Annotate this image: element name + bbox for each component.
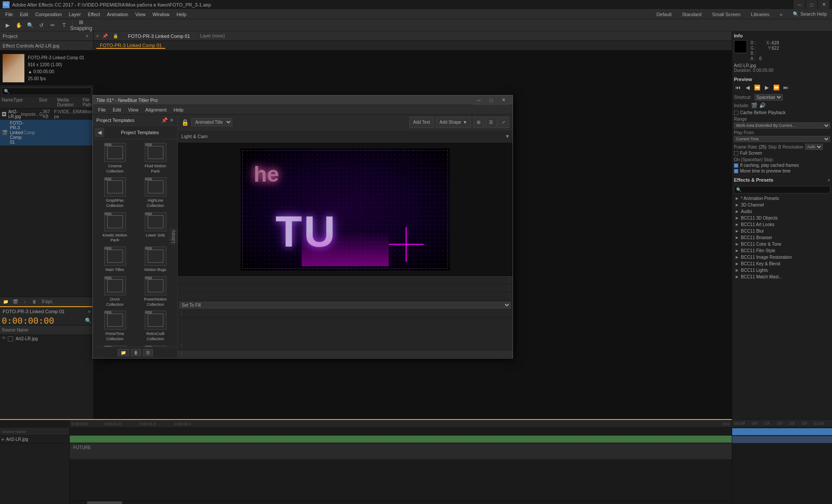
style-fill-select[interactable]: Set To Fill [180,302,511,308]
resize-handle-2[interactable]: ⋮ [506,285,513,292]
effects-item-bccbrowser[interactable]: BCC11 Browser [732,234,832,241]
template-list-btn[interactable]: ☰ [143,349,153,356]
project-item[interactable]: 🖼 Art2-LR.jpg Importe...G 367 KB F:\VIDE… [0,108,93,120]
titler-minimize[interactable]: ─ [473,95,485,105]
list-view-btn[interactable]: ☰ [485,117,497,128]
template-primetime[interactable]: PrimeTimeCollection [96,311,133,342]
new-folder-btn[interactable]: 📁 [2,298,10,306]
tool-hand[interactable]: ✋ [14,20,24,30]
template-kinetic[interactable]: Kinetic MotionPack [96,212,133,243]
titler-canvas-area[interactable]: he T U [178,142,513,276]
titler-menu-help[interactable]: Help [170,106,187,113]
play-from-select[interactable]: Current Time [734,136,830,142]
effects-item-bcckey[interactable]: BCC11 Key & Blend [732,260,832,267]
add-shape-btn[interactable]: Add Shape ▼ [436,117,471,128]
template-motionbugs[interactable]: Motion Bugs [137,247,174,273]
search-help[interactable]: 🔍 Search Help [789,10,830,18]
tool-rotate[interactable]: ↺ [37,20,46,30]
effects-presets-menu[interactable]: ≡ [828,178,830,183]
titler-close-panel-icon[interactable]: ✕ [170,117,174,123]
cache-checkbox[interactable] [734,111,738,115]
comp-menu-btn[interactable]: ≡ [96,34,99,38]
effects-item-bccolor[interactable]: BCC11 Color & Tone [732,241,832,247]
template-fluid[interactable]: Fluid MotionPack [137,143,174,174]
layer-row[interactable]: 👁 Art2-LR.jpg [0,335,93,343]
resize-handle-6[interactable]: ⋮ [178,351,185,358]
project-panel-menu[interactable]: ≡ [84,33,91,40]
template-retrocraft[interactable]: RetroCraftCollection [137,311,174,342]
project-search-input[interactable] [2,88,92,95]
workspace-standard[interactable]: Standard [679,11,705,18]
ae-timeline-scrollbar[interactable] [70,501,732,504]
titler-menu-edit[interactable]: Edit [109,106,125,113]
resize-handle-3[interactable]: ⋮ [506,293,513,300]
menu-effect[interactable]: Effect [84,11,103,18]
titler-menu-alignment[interactable]: Alignment [142,106,170,113]
menu-edit[interactable]: Edit [17,11,32,18]
prev-1-btn[interactable]: ⏪ [753,84,761,91]
tool-pen[interactable]: ✏ [48,20,58,30]
resize-handle-1[interactable]: ⋮ [506,277,513,284]
play-btn[interactable]: ▶ [763,84,771,91]
effects-item-bccimage[interactable]: BCC11 Image Restoration [732,254,832,260]
fit-btn[interactable]: ⤢ [498,117,509,128]
effects-item-bccart[interactable]: BCC11 Art Looks [732,221,832,228]
menu-composition[interactable]: Composition [32,11,65,18]
titler-pin-icon[interactable]: 📌 [161,117,168,123]
template-add-btn[interactable]: 📁 [118,349,129,356]
titler-maximize[interactable]: □ [486,95,497,105]
effects-item-3dchannel[interactable]: 3D Channel [732,202,832,208]
resize-handle-5[interactable]: ⋮ [178,343,185,350]
menu-animation[interactable]: Animation [103,11,132,18]
tool-text[interactable]: T [59,20,69,30]
ae-scrollbar-thumb[interactable] [87,501,122,504]
effects-item-animation[interactable]: * Animation Presets [732,195,832,202]
minimize-button[interactable]: ─ [794,0,805,10]
range-select[interactable]: Work Area Extended By Current... [734,122,830,129]
delete-btn[interactable]: 🗑 [31,298,38,306]
maximize-button[interactable]: □ [806,0,817,10]
effects-item-bcclights[interactable]: BCC11 Lights [732,267,832,274]
template-main[interactable]: Main Titles [96,247,133,273]
close-button[interactable]: ✕ [818,0,829,10]
effects-item-bcc3d[interactable]: BCC11 3D Objects [732,215,832,221]
back-button[interactable]: ◀ [95,128,104,137]
light-cam-collapse[interactable]: ▾ [506,133,509,139]
back-btn[interactable]: ◀ [744,84,751,91]
menu-file[interactable]: File [2,11,17,18]
titler-menu-view[interactable]: View [125,106,142,113]
layer-eye-icon[interactable]: 👁 [2,336,8,342]
snapping-toggle[interactable]: ⊞ Snapping [76,20,86,30]
comp-subtab[interactable]: FOTO-PR-3 Linked Comp 01 [96,43,165,49]
caching-checkbox[interactable] [734,163,738,168]
layer-solo-btn[interactable] [8,336,13,342]
effects-item-bccmatch[interactable]: BCC11 Match Mast... [732,274,832,280]
color-swatch[interactable] [734,40,747,53]
tool-zoom[interactable]: 🔍 [25,20,35,30]
workspace-default[interactable]: Default [653,11,675,18]
resize-handle-4[interactable]: ⋮ [178,311,185,318]
template-onair[interactable]: OnAirCollection [96,276,133,307]
template-highline[interactable]: HighLineCollection [137,177,174,208]
titler-lock-btn[interactable]: 🔒 [181,119,189,126]
template-cinema[interactable]: CinemaCollection [96,143,133,174]
template-lower3rds[interactable]: Lower 3rds [137,212,174,243]
grid-view-btn[interactable]: ⊞ [473,117,484,128]
workspace-more[interactable]: » [776,11,786,18]
comp-pin-btn[interactable]: 📌 [102,34,108,38]
import-btn[interactable]: ↓ [21,298,29,306]
full-screen-checkbox[interactable] [734,151,738,156]
new-comp-btn[interactable]: 🎬 [11,298,19,306]
titler-menu-file[interactable]: File [95,106,109,113]
effects-item-bccfilm[interactable]: BCC11 Film Style [732,247,832,254]
menu-help[interactable]: Help [173,11,190,18]
prev-frame-btn[interactable]: ⏮ [734,84,742,91]
template-graphpax[interactable]: GraphPaxCollection [96,177,133,208]
titler-close[interactable]: ✕ [498,95,509,105]
menu-layer[interactable]: Layer [65,11,85,18]
add-text-btn[interactable]: Add Text [409,117,434,128]
shortcut-select[interactable]: Spacebar [754,94,783,101]
comp-tab-main[interactable]: FOTO-PR-3 Linked Comp 01 [123,32,195,40]
project-item-comp[interactable]: 🎬 FOTO-PR-3 Linked Comp 01 Comp [0,120,93,145]
layer-toggle[interactable]: ▶ [2,437,4,441]
